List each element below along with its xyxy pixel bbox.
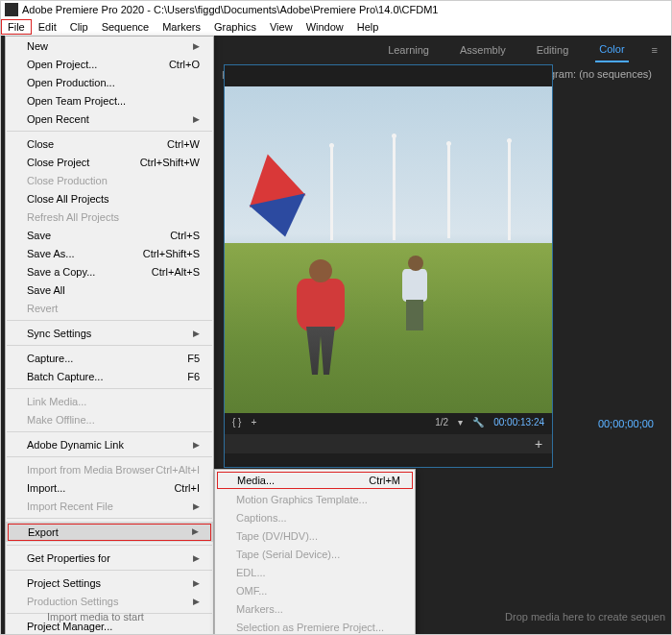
boy-graphic bbox=[402, 269, 431, 336]
file-menu-item-sync-settings[interactable]: Sync Settings▶ bbox=[6, 324, 213, 342]
submenu-arrow-icon: ▶ bbox=[193, 114, 200, 124]
girl-graphic bbox=[297, 279, 345, 375]
menu-edit[interactable]: Edit bbox=[32, 19, 63, 35]
add-button[interactable]: + bbox=[531, 436, 546, 452]
file-menu-item-save-all[interactable]: Save All bbox=[6, 281, 213, 299]
file-menu-item-get-properties-for[interactable]: Get Properties for▶ bbox=[6, 549, 213, 567]
menu-item-label: Sync Settings bbox=[27, 328, 91, 339]
file-menu-item-make-offline: Make Offline... bbox=[6, 410, 213, 428]
file-menu-item-adobe-dynamic-link[interactable]: Adobe Dynamic Link▶ bbox=[6, 435, 213, 453]
file-menu-item-open-project[interactable]: Open Project...Ctrl+O bbox=[6, 55, 213, 73]
export-menu-item-edl: EDL... bbox=[215, 563, 415, 581]
menu-sequence[interactable]: Sequence bbox=[95, 19, 156, 35]
menu-file[interactable]: File bbox=[1, 19, 32, 35]
menu-item-label: Motion Graphics Template... bbox=[236, 494, 368, 505]
submenu-arrow-icon: ▶ bbox=[192, 526, 199, 538]
export-menu-item-motion-graphics-template: Motion Graphics Template... bbox=[215, 490, 415, 508]
menu-markers[interactable]: Markers bbox=[156, 19, 207, 35]
file-menu-item-import[interactable]: Import...Ctrl+I bbox=[6, 478, 213, 497]
menu-item-label: Capture... bbox=[27, 353, 73, 364]
file-menu-item-close-project[interactable]: Close ProjectCtrl+Shift+W bbox=[6, 153, 213, 171]
file-menu-item-open-production[interactable]: Open Production... bbox=[6, 73, 213, 91]
workspace-tab-color[interactable]: Color bbox=[595, 37, 628, 62]
menu-window[interactable]: Window bbox=[300, 19, 350, 35]
file-menu-item-save-as[interactable]: Save As...Ctrl+Shift+S bbox=[6, 244, 213, 262]
menu-bar: FileEditClipSequenceMarkersGraphicsViewW… bbox=[1, 18, 671, 36]
window-title: Adobe Premiere Pro 2020 - C:\Users\figgd… bbox=[22, 4, 438, 15]
file-menu-item-refresh-all-projects: Refresh All Projects bbox=[6, 208, 213, 226]
fit-icon[interactable]: + bbox=[251, 417, 256, 427]
menu-item-label: Import... bbox=[27, 482, 65, 494]
menu-view[interactable]: View bbox=[263, 19, 300, 35]
file-menu-item-close-production: Close Production bbox=[6, 171, 213, 189]
menu-item-label: Markers... bbox=[236, 603, 283, 615]
file-menu-item-save[interactable]: SaveCtrl+S bbox=[6, 226, 213, 244]
export-menu-item-markers: Markers... bbox=[215, 599, 415, 618]
submenu-arrow-icon: ▶ bbox=[193, 329, 200, 338]
file-menu-item-new[interactable]: New▶ bbox=[6, 37, 213, 55]
file-menu-item-open-recent[interactable]: Open Recent▶ bbox=[6, 110, 213, 128]
file-menu-item-save-a-copy[interactable]: Save a Copy...Ctrl+Alt+S bbox=[6, 262, 213, 281]
shortcut-label: Ctrl+Alt+I bbox=[156, 464, 200, 476]
menu-item-label: Revert bbox=[27, 303, 58, 314]
wrench-icon[interactable]: 🔧 bbox=[472, 417, 484, 427]
workspace-tab-editing[interactable]: Editing bbox=[533, 38, 573, 61]
workspace-overflow-icon[interactable]: ≡ bbox=[652, 44, 658, 56]
shortcut-label: Ctrl+S bbox=[170, 230, 200, 241]
menu-item-label: Production Settings bbox=[27, 596, 118, 607]
marker-icon[interactable]: { } bbox=[232, 417, 241, 427]
menu-item-label: Close All Projects bbox=[27, 193, 109, 205]
submenu-arrow-icon: ▶ bbox=[193, 41, 200, 51]
menu-item-label: Open Team Project... bbox=[27, 95, 126, 107]
file-menu-item-open-team-project[interactable]: Open Team Project... bbox=[6, 91, 213, 110]
shortcut-label: Ctrl+Shift+W bbox=[140, 157, 200, 168]
menu-item-label: Open Recent bbox=[27, 113, 89, 125]
submenu-arrow-icon: ▶ bbox=[193, 578, 200, 588]
submenu-arrow-icon: ▶ bbox=[193, 501, 200, 511]
file-menu-item-import-recent-file: Import Recent File▶ bbox=[6, 497, 213, 515]
menu-item-label: Save As... bbox=[27, 248, 75, 259]
file-menu-item-close-all-projects[interactable]: Close All Projects bbox=[6, 189, 213, 208]
import-hint: Import media to start bbox=[47, 611, 144, 623]
workspace-tab-assembly[interactable]: Assembly bbox=[456, 38, 510, 61]
shortcut-label: Ctrl+I bbox=[174, 482, 200, 494]
menu-item-label: OMF... bbox=[236, 585, 267, 597]
file-menu-item-revert: Revert bbox=[6, 299, 213, 317]
timecode-display[interactable]: 00:00:13:24 bbox=[493, 417, 544, 427]
menu-item-label: Close bbox=[27, 138, 54, 150]
file-menu-item-batch-capture[interactable]: Batch Capture...F6 bbox=[6, 367, 213, 385]
menu-item-label: Tape (DV/HDV)... bbox=[236, 530, 318, 542]
timeline-strip[interactable] bbox=[225, 434, 552, 453]
export-menu-item-selection-as-premiere-project: Selection as Premiere Project... bbox=[215, 618, 415, 635]
menu-item-label: Link Media... bbox=[27, 396, 86, 407]
export-menu-item-omf: OMF... bbox=[215, 581, 415, 599]
menu-item-label: Captions... bbox=[236, 512, 287, 524]
export-menu-item-tape-dv-hdv: Tape (DV/HDV)... bbox=[215, 526, 415, 545]
file-menu-dropdown: New▶Open Project...Ctrl+OOpen Production… bbox=[5, 36, 214, 635]
file-menu-item-close[interactable]: CloseCtrl+W bbox=[6, 134, 213, 153]
zoom-ratio[interactable]: 1/2 bbox=[435, 417, 448, 427]
export-submenu: Media...Ctrl+MMotion Graphics Template..… bbox=[214, 469, 416, 635]
file-menu-item-capture[interactable]: Capture...F5 bbox=[6, 349, 213, 367]
menu-graphics[interactable]: Graphics bbox=[207, 19, 263, 35]
file-menu-item-export[interactable]: Export▶ bbox=[6, 522, 213, 542]
menu-item-label: Import Recent File bbox=[27, 501, 113, 512]
kite-graphic bbox=[239, 148, 305, 207]
menu-help[interactable]: Help bbox=[350, 19, 386, 35]
workspace-tab-learning[interactable]: Learning bbox=[384, 38, 433, 61]
export-menu-item-captions: Captions... bbox=[215, 508, 415, 526]
menu-clip[interactable]: Clip bbox=[63, 19, 95, 35]
menu-item-label: Batch Capture... bbox=[27, 371, 104, 382]
submenu-arrow-icon: ▶ bbox=[193, 553, 200, 563]
app-icon bbox=[5, 3, 18, 16]
menu-item-label: Close Production bbox=[27, 175, 108, 186]
shortcut-label: Ctrl+W bbox=[167, 138, 200, 150]
file-menu-item-project-settings[interactable]: Project Settings▶ bbox=[6, 574, 213, 592]
preview-monitor: { } + 1/2 ▾ 🔧 00:00:13:24 + bbox=[224, 64, 553, 468]
export-menu-item-tape-serial-device: Tape (Serial Device)... bbox=[215, 545, 415, 563]
export-menu-item-media[interactable]: Media...Ctrl+M bbox=[215, 470, 415, 490]
shortcut-label: Ctrl+Alt+S bbox=[152, 266, 200, 278]
title-bar: Adobe Premiere Pro 2020 - C:\Users\figgd… bbox=[1, 1, 671, 18]
menu-item-label: Media... bbox=[237, 475, 275, 486]
file-menu-item-import-from-media-browser: Import from Media BrowserCtrl+Alt+I bbox=[6, 460, 213, 478]
